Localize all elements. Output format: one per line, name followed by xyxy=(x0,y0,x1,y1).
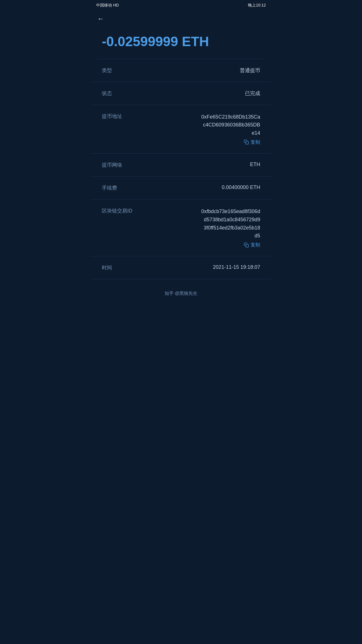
row-label: 时间 xyxy=(102,264,124,271)
copy-icon xyxy=(244,139,249,145)
carrier-text: 中国移动 HD xyxy=(96,3,119,8)
row-label: 手续费 xyxy=(102,184,124,191)
row-plain-value: ETH xyxy=(250,162,260,168)
status-bar: 中国移动 HD 晚上10:12 xyxy=(90,0,272,11)
copy-label: 复制 xyxy=(251,139,260,145)
row-label: 状态 xyxy=(102,90,124,97)
nav-bar: ← xyxy=(90,11,272,27)
copy-icon xyxy=(244,242,249,248)
detail-row: 状态已完成 xyxy=(90,82,272,105)
svg-rect-0 xyxy=(246,141,249,144)
amount-section: -0.02599999 ETH xyxy=(90,27,272,59)
amount-value: -0.02599999 ETH xyxy=(102,33,260,50)
detail-row: 提币地址0xFe65C219c68Db135Cac4CD60936036Bb36… xyxy=(90,105,272,154)
row-label: 提币地址 xyxy=(102,113,124,120)
time-text: 晚上10:12 xyxy=(248,3,266,8)
row-plain-value: 2021-11-15 19:18:07 xyxy=(213,264,260,270)
footer-watermark: 知乎 @黑狼先生 xyxy=(90,279,272,303)
svg-rect-1 xyxy=(246,244,249,247)
detail-row: 区块链交易ID0xfbdcb73e165ead8f306dd5738bd1a0c… xyxy=(90,199,272,256)
row-address-value: 0xfbdcb73e165ead8f306dd5738bd1a0c8456729… xyxy=(201,207,260,240)
copy-button[interactable]: 复制 xyxy=(244,242,260,248)
row-plain-value: 普通提币 xyxy=(240,67,260,74)
detail-row: 类型普通提币 xyxy=(90,59,272,82)
row-label: 区块链交易ID xyxy=(102,207,132,214)
row-plain-value: 0.00400000 ETH xyxy=(222,184,260,190)
row-address-value: 0xFe65C219c68Db135Cac4CD60936036Bb365DBe… xyxy=(201,113,260,137)
row-value-block: 0xFe65C219c68Db135Cac4CD60936036Bb365DBe… xyxy=(162,113,260,145)
back-button[interactable]: ← xyxy=(97,15,104,22)
row-value-block: 0xfbdcb73e165ead8f306dd5738bd1a0c8456729… xyxy=(162,207,260,248)
detail-row: 手续费0.00400000 ETH xyxy=(90,177,272,199)
detail-rows: 类型普通提币状态已完成提币地址0xFe65C219c68Db135Cac4CD6… xyxy=(90,59,272,280)
row-label: 提币网络 xyxy=(102,162,124,168)
copy-label: 复制 xyxy=(251,242,260,248)
copy-button[interactable]: 复制 xyxy=(244,139,260,145)
detail-row: 提币网络ETH xyxy=(90,154,272,177)
row-plain-value: 已完成 xyxy=(245,90,260,97)
row-label: 类型 xyxy=(102,67,124,74)
detail-row: 时间2021-11-15 19:18:07 xyxy=(90,256,272,279)
